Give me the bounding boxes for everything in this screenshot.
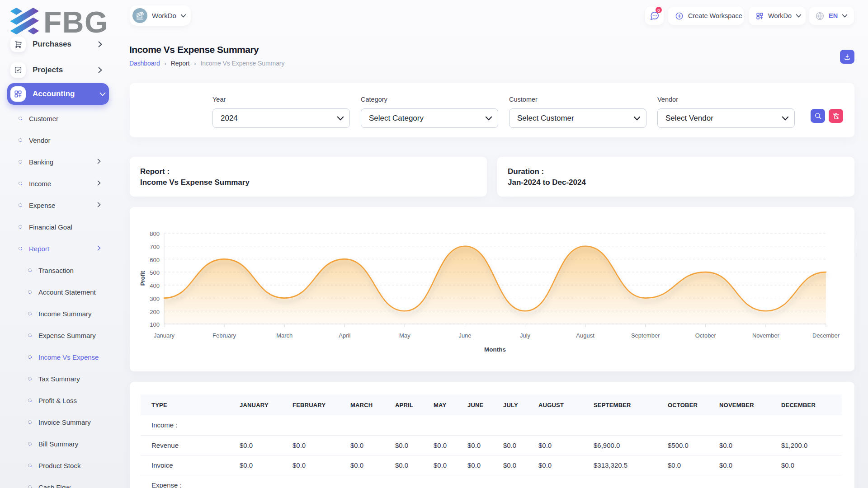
- svg-text:Profit: Profit: [140, 271, 146, 286]
- svg-text:September: September: [631, 332, 660, 339]
- svg-text:200: 200: [150, 309, 160, 315]
- svg-text:May: May: [399, 332, 410, 339]
- svg-text:October: October: [695, 332, 717, 339]
- svg-text:January: January: [154, 332, 175, 339]
- svg-text:November: November: [752, 332, 780, 339]
- svg-text:700: 700: [150, 244, 160, 250]
- svg-text:April: April: [339, 332, 350, 339]
- svg-text:July: July: [520, 332, 531, 339]
- svg-text:500: 500: [150, 269, 160, 276]
- svg-text:Months: Months: [484, 346, 506, 353]
- svg-text:August: August: [576, 332, 594, 339]
- svg-text:December: December: [812, 332, 840, 339]
- svg-text:100: 100: [150, 321, 160, 328]
- svg-text:800: 800: [150, 230, 160, 237]
- svg-text:400: 400: [150, 282, 160, 289]
- svg-text:300: 300: [150, 296, 160, 302]
- svg-text:March: March: [276, 332, 292, 339]
- svg-text:February: February: [212, 332, 236, 339]
- svg-text:June: June: [458, 332, 471, 339]
- svg-text:600: 600: [150, 257, 160, 263]
